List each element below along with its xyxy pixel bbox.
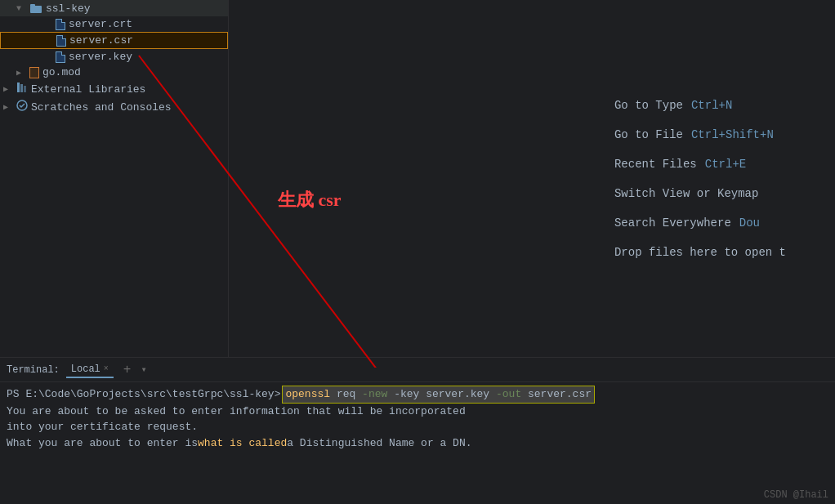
shortcut-goto-type-label: Go to Type — [614, 99, 683, 112]
terminal-chevron-icon[interactable]: ▾ — [141, 364, 146, 376]
sidebar-item-scratches-label: Scratches and Consoles — [31, 101, 172, 114]
terminal-tab-close[interactable]: × — [104, 364, 109, 373]
shortcut-list: Go to Type Ctrl+N Go to File Ctrl+Shift+… — [614, 99, 786, 259]
svg-rect-0 — [30, 6, 42, 13]
terminal-info-line3: into your certificate request. — [7, 419, 198, 435]
terminal-tab-name: Local — [71, 364, 100, 375]
svg-rect-2 — [17, 83, 20, 92]
terminal-section: Terminal: Local × + ▾ PS E:\Code\GoProje… — [0, 357, 835, 504]
terminal-line4: What you are about to enter is what is c… — [7, 435, 828, 452]
terminal-out-flag: -out — [496, 388, 521, 400]
sidebar-item-go-mod-label: go.mod — [42, 66, 81, 78]
terminal-tabs: Terminal: Local × + ▾ — [0, 358, 835, 382]
shortcut-search-key: Dou — [739, 216, 760, 230]
lib-icon — [16, 82, 28, 96]
shortcut-recent-files-label: Recent Files — [614, 158, 697, 171]
terminal-key-cmd: -key — [394, 388, 426, 400]
arrow-icon-scratches — [3, 102, 16, 112]
shortcut-search-everywhere: Search Everywhere Dou — [614, 216, 760, 230]
main-container: ssl-key server.crt server.csr server.key — [0, 0, 835, 504]
scratch-icon — [16, 100, 28, 114]
terminal-server-csr: server.csr — [528, 388, 592, 400]
arrow-icon-libs — [3, 84, 16, 94]
shortcut-goto-file: Go to File Ctrl+Shift+N — [614, 128, 774, 141]
sidebar-item-external-libs[interactable]: External Libraries — [0, 80, 228, 98]
shortcut-drop-label: Drop files here to open t — [614, 246, 786, 259]
sidebar-item-server-crt[interactable]: server.crt — [0, 16, 228, 32]
shortcut-recent-files-key: Ctrl+E — [705, 158, 746, 171]
terminal-tab-local[interactable]: Local × — [66, 362, 114, 378]
shortcut-switch-view-label: Switch View or Keymap — [614, 187, 758, 200]
terminal-line2: You are about to be asked to enter infor… — [7, 404, 828, 420]
sidebar-item-server-csr-label: server.csr — [69, 34, 133, 47]
terminal-line3: into your certificate request. — [7, 419, 828, 435]
sidebar-item-server-crt-label: server.crt — [69, 18, 132, 30]
terminal-req: req — [337, 388, 362, 400]
arrow-icon-mod — [16, 68, 29, 78]
terminal-server-key: server.key — [426, 388, 489, 400]
terminal-info-line2: You are about to be asked to enter infor… — [7, 404, 466, 420]
sidebar-item-external-libs-label: External Libraries — [31, 83, 145, 96]
sidebar-item-server-csr[interactable]: server.csr — [0, 32, 228, 49]
folder-icon — [29, 2, 42, 15]
terminal-body: PS E:\Code\GoProjects\src\testGrpc\ssl-k… — [0, 382, 835, 454]
svg-rect-3 — [20, 84, 23, 92]
sidebar-item-go-mod[interactable]: go.mod — [0, 65, 228, 80]
file-icon-key — [56, 51, 65, 63]
editor-area: Go to Type Ctrl+N Go to File Ctrl+Shift+… — [229, 0, 835, 357]
shortcut-recent-files: Recent Files Ctrl+E — [614, 158, 746, 171]
terminal-label: Terminal: — [7, 364, 60, 376]
shortcut-search-label: Search Everywhere — [614, 216, 731, 230]
terminal-command-block: openssl req -new -key server.key -out se… — [282, 386, 595, 404]
terminal-line4-part3: a Distinguished Name or a DN. — [287, 435, 471, 452]
shortcut-goto-type-key: Ctrl+N — [691, 99, 732, 112]
terminal-new-flag: -new — [362, 388, 387, 400]
csdn-watermark: CSDN @Ihail — [764, 489, 828, 501]
sidebar-item-ssl-key-label: ssl-key — [46, 2, 91, 15]
shortcut-switch-view: Switch View or Keymap — [614, 187, 758, 200]
file-icon-mod — [29, 67, 39, 78]
shortcut-drop-files: Drop files here to open t — [614, 246, 786, 259]
terminal-command-line: PS E:\Code\GoProjects\src\testGrpc\ssl-k… — [7, 386, 828, 404]
sidebar-item-server-key[interactable]: server.key — [0, 49, 228, 65]
terminal-add-button[interactable]: + — [120, 363, 135, 377]
shortcut-goto-type: Go to Type Ctrl+N — [614, 99, 732, 112]
terminal-prompt: PS E:\Code\GoProjects\src\testGrpc\ssl-k… — [7, 386, 280, 403]
sidebar-item-server-key-label: server.key — [69, 51, 132, 63]
file-icon-csr — [56, 35, 66, 47]
sidebar-item-ssl-key[interactable]: ssl-key — [0, 0, 228, 16]
sidebar-item-scratches[interactable]: Scratches and Consoles — [0, 98, 228, 116]
terminal-openssl: openssl — [285, 388, 330, 400]
terminal-line4-part1: What you are about to enter is — [7, 435, 198, 452]
svg-rect-4 — [24, 86, 26, 92]
sidebar: ssl-key server.crt server.csr server.key — [0, 0, 229, 357]
terminal-line4-highlight: what is called — [198, 435, 287, 452]
content-area: ssl-key server.crt server.csr server.key — [0, 0, 835, 357]
file-icon-crt — [56, 19, 65, 30]
arrow-icon — [16, 4, 29, 13]
shortcut-goto-file-key: Ctrl+Shift+N — [691, 128, 774, 141]
svg-rect-1 — [30, 4, 35, 7]
shortcut-goto-file-label: Go to File — [614, 128, 683, 141]
